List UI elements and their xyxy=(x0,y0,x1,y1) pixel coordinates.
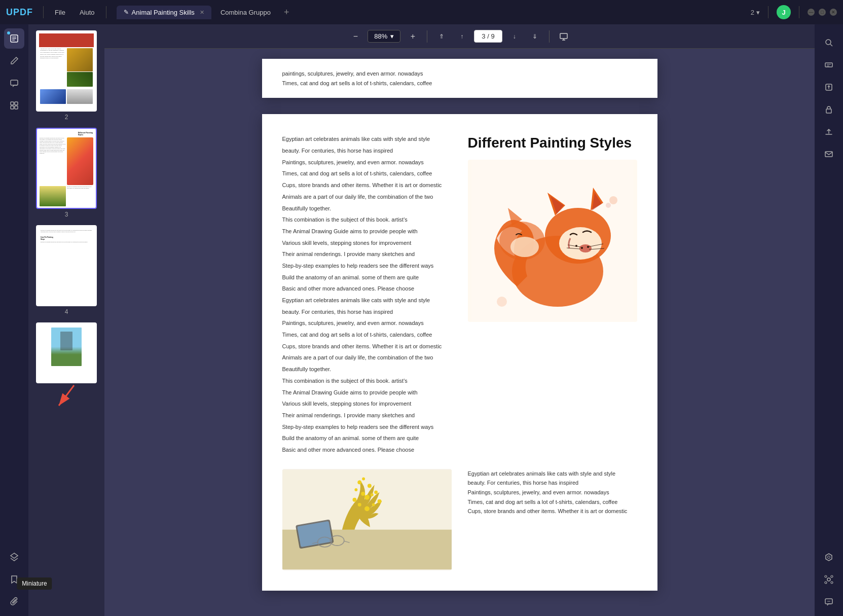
new-tab-btn[interactable]: + xyxy=(280,7,294,18)
page-total: 9 xyxy=(491,32,494,40)
body-text-6: Animals are a part of our daily life, th… xyxy=(282,192,452,202)
pdf-page-3: Egyptian art celebrates animals like cat… xyxy=(262,114,657,590)
right-chat-btn[interactable] xyxy=(819,592,839,612)
tab-close-btn[interactable]: ✕ xyxy=(200,9,204,16)
ocr-icon xyxy=(824,60,834,70)
svg-point-33 xyxy=(606,203,611,208)
reader-icon xyxy=(9,33,19,44)
right-share-btn[interactable] xyxy=(819,122,839,142)
user-avatar[interactable]: J xyxy=(777,5,791,19)
page-heading: Different Painting Styles xyxy=(468,134,637,152)
right-stamp-btn[interactable] xyxy=(819,547,839,567)
svg-rect-6 xyxy=(15,102,18,105)
page-display: 3 / 9 xyxy=(474,30,502,43)
body-text-8: This combination is the subject of this … xyxy=(282,215,452,225)
page-text-left: Egyptian art celebrates animals like cat… xyxy=(282,134,452,456)
body-text-20: Animals are a part of our daily life, th… xyxy=(282,353,452,363)
thumbnail-page-5[interactable] xyxy=(36,322,97,383)
thumbnail-page-2[interactable]: Animals are a part of our daily life the… xyxy=(36,30,97,121)
maximize-btn[interactable]: □ xyxy=(819,9,826,16)
tab-combine[interactable]: Combina Gruppo xyxy=(213,6,278,19)
right-export-btn[interactable] xyxy=(819,77,839,97)
hexagon-icon xyxy=(824,552,834,562)
body-text-15: Egyptian art celebrates animals like cat… xyxy=(282,296,452,305)
zoom-out-btn[interactable]: − xyxy=(347,28,363,45)
active-indicator xyxy=(7,31,10,34)
close-btn[interactable]: ✕ xyxy=(830,9,837,16)
top-bar-divider2 xyxy=(106,6,106,18)
divider-3 xyxy=(768,6,768,18)
zoom-dropdown-icon: ▾ xyxy=(390,32,394,40)
body-text-5: Cups, store brands and other items. Whet… xyxy=(282,180,452,190)
menu-aiuto[interactable]: Aiuto xyxy=(75,7,100,18)
page-bottom-row: Egyptian art celebrates animals like cat… xyxy=(282,469,637,570)
page-right-col: Different Painting Styles xyxy=(468,134,637,456)
tab-animal-painting[interactable]: ✎ Animal Painting Skills ✕ xyxy=(117,6,211,19)
zoom-display[interactable]: 88% ▾ xyxy=(368,30,400,43)
right-ai-btn[interactable] xyxy=(819,569,839,590)
right-search-btn[interactable] xyxy=(819,32,839,53)
svg-point-57 xyxy=(826,40,831,45)
svg-point-68 xyxy=(825,575,827,577)
body-text-11: Their animal renderings. I provide many … xyxy=(282,249,452,259)
page-count-indicator: 2 ▾ xyxy=(751,9,760,16)
comment-icon xyxy=(9,78,19,88)
sidebar-attach-btn[interactable] xyxy=(4,592,24,612)
prev-text-line-1: paintings, sculptures, jewelry, and even… xyxy=(282,69,637,79)
pdf-page-prev: paintings, sculptures, jewelry, and even… xyxy=(262,59,657,98)
page-prev-btn[interactable]: ↑ xyxy=(454,28,470,45)
body-text-17: Paintings, sculptures, jewelry, and even… xyxy=(282,318,452,328)
zoom-level: 88% xyxy=(374,32,387,40)
page-count-arrow: ▾ xyxy=(756,9,760,16)
menu-file[interactable]: File xyxy=(50,7,70,18)
pages-icon xyxy=(9,100,19,111)
thumb-content-4: Egyptian art celebrates animals like cat… xyxy=(37,226,96,305)
body-text-24: Various skill levels, stepping stones fo… xyxy=(282,399,452,409)
svg-point-38 xyxy=(362,477,365,480)
body-text-13: Build the anatomy of an animal. some of … xyxy=(282,273,452,282)
zoom-in-btn[interactable]: + xyxy=(405,28,421,45)
svg-rect-8 xyxy=(15,106,18,109)
presentation-btn[interactable] xyxy=(556,28,572,45)
page-last-btn[interactable]: ⇓ xyxy=(527,28,543,45)
svg-point-39 xyxy=(367,484,371,488)
svg-rect-64 xyxy=(826,109,831,113)
sidebar-edit-btn[interactable] xyxy=(4,51,24,71)
page-bottom-text: Egyptian art celebrates animals like cat… xyxy=(468,469,637,570)
flowers-svg xyxy=(282,469,452,570)
page-viewer[interactable]: − 88% ▾ + ⇑ ↑ 3 / 9 ↓ ⇓ xyxy=(104,24,815,616)
svg-point-41 xyxy=(361,492,365,496)
sidebar-reader-btn[interactable] xyxy=(4,28,24,49)
arrow-svg xyxy=(46,380,87,411)
page-count-num: 2 xyxy=(751,9,754,16)
sidebar-bookmark-btn[interactable] xyxy=(4,569,24,590)
svg-rect-59 xyxy=(825,63,832,67)
svg-rect-7 xyxy=(11,106,14,109)
thumbnail-page-3[interactable]: Different PaintingStyles Egyptian art ce… xyxy=(36,128,97,218)
minimize-btn[interactable]: — xyxy=(808,9,815,16)
thumbnail-page-4[interactable]: Egyptian art celebrates animals like cat… xyxy=(36,225,97,315)
right-envelope-btn[interactable] xyxy=(819,144,839,164)
right-ocr-btn[interactable] xyxy=(819,55,839,75)
page-next-btn[interactable]: ↓ xyxy=(506,28,523,45)
body-text-12: Step-by-step examples to help readers se… xyxy=(282,261,452,271)
page-current: 3 xyxy=(482,32,485,40)
right-protect-btn[interactable] xyxy=(819,99,839,120)
thumb-num-4: 4 xyxy=(65,308,68,315)
sidebar-comment-btn[interactable] xyxy=(4,73,24,93)
body-text-19: Cups, store brands and other items. Whet… xyxy=(282,342,452,351)
body-text-7: Beautifully together. xyxy=(282,204,452,213)
prev-page-text: paintings, sculptures, jewelry, and even… xyxy=(282,69,637,88)
svg-point-69 xyxy=(831,575,833,577)
page-first-btn[interactable]: ⇑ xyxy=(433,28,450,45)
bottom-text-1: Egyptian art celebrates animals like cat… xyxy=(468,469,637,479)
sidebar-ai-btn[interactable]: Miniature xyxy=(4,547,24,567)
upload-icon xyxy=(824,127,834,137)
body-text-21: Beautifully together. xyxy=(282,365,452,374)
left-sidebar: Miniature xyxy=(0,24,28,616)
right-sidebar xyxy=(815,24,843,616)
sidebar-pages-btn[interactable] xyxy=(4,95,24,116)
thumb-img-3: Different PaintingStyles Egyptian art ce… xyxy=(36,128,97,209)
svg-point-43 xyxy=(374,490,378,494)
thumb-img-4: Egyptian art celebrates animals like cat… xyxy=(36,225,97,306)
